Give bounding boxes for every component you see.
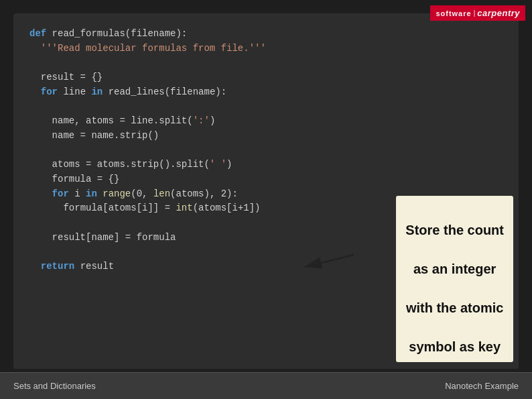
logo-divider: | bbox=[474, 9, 476, 17]
annotation-line3: with the atomic bbox=[406, 300, 504, 315]
bottom-bar: Sets and Dictionaries Nanotech Example bbox=[0, 372, 532, 399]
slide: software | carpentry def read_formulas(f… bbox=[0, 0, 532, 399]
annotation-wrapper: Store the count as an integer with the a… bbox=[396, 196, 513, 362]
annotation-text: Store the count as an integer with the a… bbox=[396, 196, 513, 362]
logo-software-text: software bbox=[436, 9, 471, 17]
annotation-line2: as an integer bbox=[413, 262, 496, 276]
logo-bar: software | carpentry bbox=[430, 5, 525, 21]
footer-left: Sets and Dictionaries bbox=[13, 381, 96, 391]
footer-right: Nanotech Example bbox=[445, 381, 519, 391]
software-carpentry-logo: software | carpentry bbox=[430, 5, 525, 21]
annotation-line1: Store the count bbox=[405, 223, 504, 237]
logo-carpentry-text: carpentry bbox=[477, 8, 520, 18]
annotation-line4: symbol as key bbox=[409, 339, 501, 354]
